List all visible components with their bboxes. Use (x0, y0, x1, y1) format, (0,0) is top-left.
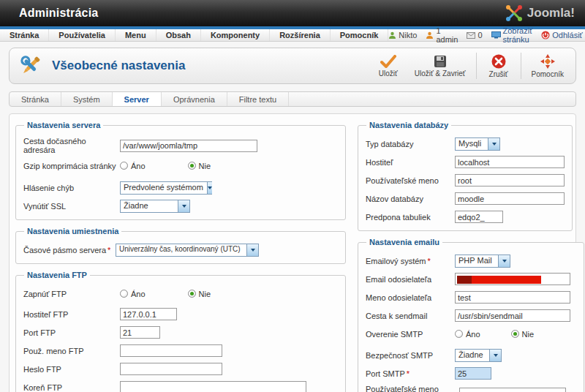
ftp-root-input[interactable] (120, 381, 306, 392)
field-row-ftp-enable: Zapnúť FTP Áno Nie (23, 287, 338, 301)
ftp-username-input[interactable] (120, 344, 222, 357)
smtp-auth-no-option[interactable]: Nie (511, 330, 535, 339)
menu-item-pomocnik[interactable]: Pomocník (331, 29, 389, 41)
field-label: Typ databázy (366, 140, 455, 148)
ftp-settings-fieldset: Nastavenia FTP Zapnúť FTP Áno Nie (15, 271, 346, 392)
ftp-password-input[interactable] (120, 363, 222, 375)
top-header: Administrácia Joomla! (0, 0, 585, 26)
field-row-gzip: Gzip komprimácia stránky Áno Nie (23, 159, 338, 173)
field-row-db-prefix: Predpona tabuliek (366, 210, 565, 224)
field-label: Bezpečnosť SMTP (366, 351, 455, 360)
select-value: Žiadne (456, 350, 487, 361)
left-column: Nastavenia servera Cesta dočasného adres… (15, 121, 346, 392)
error-reporting-select[interactable]: Predvolené systémom (120, 181, 212, 195)
field-label: Gzip komprimácia stránky (23, 162, 120, 170)
radio-icon (511, 330, 519, 338)
select-value: PHP Mail (456, 255, 496, 267)
menu-item-rozsirenia[interactable]: Rozšírenia (270, 29, 331, 41)
mailer-select[interactable]: PHP Mail (455, 255, 510, 268)
monitor-icon (491, 31, 501, 39)
tab-server[interactable]: Server (113, 92, 162, 106)
help-button[interactable]: Pomocník (524, 48, 571, 83)
tab-filtre-textu[interactable]: Filtre textu (227, 92, 289, 106)
db-type-select[interactable]: Mysqli (455, 137, 500, 151)
field-row-timezone: Časové pásmo servera* Univerzálny čas, k… (23, 243, 338, 257)
field-label: Hostiteľ (366, 158, 455, 167)
joomla-logo-icon (505, 4, 523, 22)
db-name-input[interactable] (455, 192, 565, 205)
radio-icon (120, 290, 128, 298)
ftp-no-option[interactable]: Nie (188, 290, 211, 298)
field-row-ftp-port: Port FTP (23, 325, 338, 339)
menu-item-menu[interactable]: Menu (116, 29, 156, 41)
smtp-auth-radio-group: Áno Nie (455, 330, 576, 339)
radio-label: Áno (131, 290, 146, 298)
messages-status[interactable]: 0 (467, 31, 482, 39)
messages-count: 0 (478, 31, 482, 39)
cancel-x-icon (491, 54, 506, 69)
smtp-security-select[interactable]: Žiadne (455, 349, 502, 362)
admins-status[interactable]: 1 admin (426, 26, 458, 44)
save-button-label: Uložiť (379, 69, 398, 78)
cancel-button[interactable]: Zrušiť (480, 48, 518, 83)
tab-system[interactable]: Systém (61, 92, 113, 106)
save-button[interactable]: Uložiť (369, 48, 407, 83)
smtp-port-input[interactable] (455, 367, 491, 380)
field-row-db-type: Typ databázy Mysqli (366, 137, 565, 151)
ftp-host-input[interactable] (120, 308, 177, 320)
save-close-button-label: Uložiť & Zavrieť (415, 69, 466, 78)
settings-tools-icon (18, 53, 43, 78)
smtp-auth-yes-option[interactable]: Áno (455, 330, 480, 339)
logout-label: Odhlásiť (552, 31, 582, 39)
visitors-status[interactable]: Nikto (388, 31, 417, 39)
save-close-disk-icon (434, 55, 447, 68)
ftp-port-input[interactable] (120, 326, 160, 339)
field-label: Názov databázy (366, 195, 455, 203)
sendmail-path-input[interactable] (455, 309, 570, 322)
db-username-input[interactable] (455, 174, 565, 186)
field-label: Koreň FTP (23, 383, 120, 392)
database-settings-legend: Nastavenia databázy (366, 121, 451, 129)
menu-item-pouzivatelia[interactable]: Používatelia (49, 29, 116, 41)
from-name-input[interactable] (455, 291, 570, 304)
field-label: Používateľské meno (366, 176, 455, 185)
radio-icon (455, 330, 463, 338)
radio-label: Nie (199, 290, 211, 298)
tab-stranka[interactable]: Stránka (10, 92, 61, 106)
menu-item-stranka[interactable]: Stránka (0, 29, 49, 41)
email-settings-fieldset: Nastavenia emailu Emailový systém* PHP M… (358, 238, 584, 392)
db-prefix-input[interactable] (455, 211, 503, 223)
help-button-label: Pomocník (532, 70, 564, 78)
menu-item-komponenty[interactable]: Komponenty (201, 29, 270, 41)
db-host-input[interactable] (455, 156, 565, 168)
radio-icon (188, 290, 196, 298)
tab-opravnenia[interactable]: Oprávnenia (162, 92, 227, 106)
menu-item-obsah[interactable]: Obsah (156, 29, 201, 41)
ftp-yes-option[interactable]: Áno (120, 290, 146, 298)
tmp-path-input[interactable] (120, 140, 257, 152)
save-close-button[interactable]: Uložiť & Zavrieť (407, 48, 473, 83)
logout-power-icon (541, 31, 550, 39)
field-row-error-reporting: Hlásenie chýb Predvolené systémom (23, 181, 338, 195)
dropdown-arrow-icon (246, 244, 258, 256)
content-area: Všeobecné nastavenia Uložiť Uložiť & Zav… (0, 42, 585, 392)
logout-link[interactable]: Odhlásiť (541, 31, 582, 39)
field-label: Email odosielateľa (366, 275, 455, 284)
database-settings-fieldset: Nastavenia databázy Typ databázy Mysqli … (358, 121, 573, 231)
field-row-db-user: Používateľské meno (366, 173, 565, 187)
view-site-link[interactable]: Zobraziť stránku (491, 26, 533, 44)
radio-icon (188, 162, 196, 170)
dropdown-arrow-icon (488, 138, 499, 150)
gzip-no-option[interactable]: Nie (188, 162, 211, 170)
gzip-yes-option[interactable]: Áno (120, 162, 146, 170)
smtp-username-input[interactable] (459, 388, 566, 392)
field-row-smtp-auth: Overenie SMTP Áno Nie (366, 327, 576, 341)
field-row-tmp-path: Cesta dočasného adresára (23, 137, 338, 154)
timezone-select[interactable]: Univerzálny čas, koordinovaný (UTC) (116, 244, 259, 257)
select-value: Žiadne (121, 200, 152, 212)
server-settings-fieldset: Nastavenia servera Cesta dočasného adres… (15, 121, 346, 220)
field-row-force-ssl: Vynútiť SSL Žiadne (23, 199, 338, 213)
field-row-smtp-user: Používateľské meno SMTP (366, 385, 576, 392)
field-row-db-host: Hostiteľ (366, 155, 565, 169)
force-ssl-select[interactable]: Žiadne (120, 200, 190, 213)
